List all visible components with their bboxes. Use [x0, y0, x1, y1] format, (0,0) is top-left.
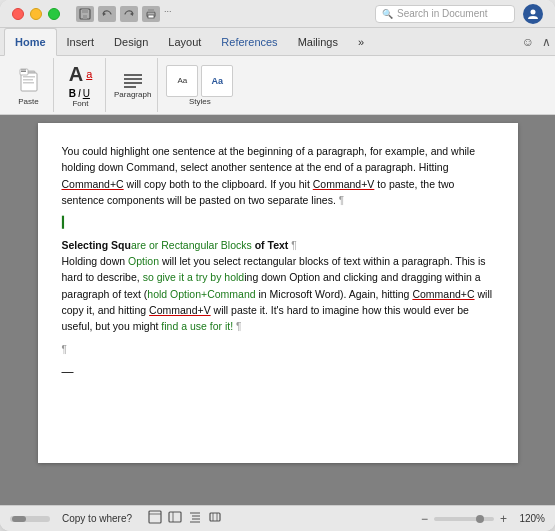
svg-rect-29 [210, 513, 220, 521]
tab-design[interactable]: Design [104, 28, 158, 56]
ribbon-group-paste: Paste [4, 58, 54, 112]
traffic-lights [12, 8, 60, 20]
pilcrow-3: ¶ [236, 321, 241, 332]
green-option-1: Option [128, 255, 159, 267]
status-bar: Copy to where? − + [0, 505, 555, 531]
svg-rect-2 [83, 15, 87, 19]
user-avatar[interactable] [523, 4, 543, 24]
status-icons [148, 510, 222, 527]
pilcrow-1: ¶ [339, 195, 344, 206]
paste-button[interactable]: Paste [13, 65, 45, 106]
toolbar-icons: ··· [76, 6, 172, 22]
maximize-button[interactable] [48, 8, 60, 20]
search-box[interactable]: 🔍 Search in Document [375, 5, 515, 23]
tab-insert[interactable]: Insert [57, 28, 105, 56]
svg-rect-12 [23, 79, 33, 81]
green-highlighted-2: so give it a try by hold [143, 271, 245, 283]
font-a-underline-icon: a [86, 68, 92, 80]
minimize-button[interactable] [30, 8, 42, 20]
svg-rect-7 [148, 15, 154, 18]
app-window: ··· 🔍 Search in Document Home Insert Des… [0, 0, 555, 531]
redo-icon[interactable] [120, 6, 138, 22]
tab-mailings[interactable]: Mailings [288, 28, 348, 56]
tab-layout[interactable]: Layout [158, 28, 211, 56]
web-layout-icon[interactable] [168, 510, 182, 527]
document-text: You could highlight one sentence at the … [62, 143, 494, 382]
search-placeholder: Search in Document [397, 8, 488, 19]
green-find-use: find a use for it! [161, 320, 233, 332]
focus-icon[interactable] [208, 510, 222, 527]
command-c-link-2: Command+C [412, 288, 474, 300]
page-layout-icon[interactable] [148, 510, 162, 527]
font-A-icon: A [69, 63, 83, 86]
style-heading[interactable]: Aa [201, 65, 233, 97]
tab-references[interactable]: References [211, 28, 287, 56]
pilcrow-2: ¶ [291, 240, 296, 251]
green-cursor-marker: ▎ [62, 216, 70, 228]
chevron-up-icon[interactable]: ∧ [542, 35, 551, 49]
heading-text: Selecting Squ [62, 239, 131, 251]
ribbon-tabs: Home Insert Design Layout References Mai… [0, 28, 555, 56]
document-area: You could highlight one sentence at the … [0, 115, 555, 505]
bold-icon[interactable]: B [69, 88, 76, 99]
ribbon-group-font: A a B I U Font [56, 58, 106, 112]
svg-marker-3 [103, 12, 106, 16]
green-highlighted-1: are or Rectangular Blocks [131, 239, 252, 251]
paragraph-controls [123, 72, 143, 90]
command-v-link-2: Command+V [149, 304, 211, 316]
styles-buttons: Aa Aa [166, 65, 233, 97]
paragraph-3: Selecting Square or Rectangular Blocks o… [62, 237, 494, 335]
ribbon-group-paragraph: Paragraph [108, 58, 158, 112]
document-page[interactable]: You could highlight one sentence at the … [38, 123, 518, 463]
svg-rect-13 [23, 82, 34, 84]
save-icon[interactable] [76, 6, 94, 22]
command-c-link-1: Command+C [62, 178, 124, 190]
heading-text-2: of Text [255, 239, 289, 251]
ribbon-group-styles: Aa Aa Styles [160, 58, 239, 112]
title-bar: ··· 🔍 Search in Document [0, 0, 555, 28]
svg-rect-23 [169, 512, 181, 522]
paragraph-label: Paragraph [114, 90, 151, 99]
zoom-in-button[interactable]: + [498, 512, 509, 526]
undo-icon[interactable] [98, 6, 116, 22]
svg-marker-4 [130, 12, 133, 16]
font-label: Font [72, 99, 88, 108]
ribbon-content: Paste A a B I U Font [0, 56, 555, 114]
zoom-thumb [476, 515, 484, 523]
paragraph-1: You could highlight one sentence at the … [62, 143, 494, 208]
paragraph-4: ¶ [62, 341, 494, 358]
style-normal[interactable]: Aa [166, 65, 198, 97]
command-v-link-1: Command+V [313, 178, 375, 190]
svg-rect-11 [23, 76, 35, 78]
paragraph-icon [123, 72, 143, 90]
tab-home[interactable]: Home [4, 28, 57, 56]
svg-rect-6 [148, 9, 154, 12]
zoom-slider[interactable] [434, 517, 494, 521]
green-option-command: hold Option+Command [147, 288, 255, 300]
ribbon: Home Insert Design Layout References Mai… [0, 28, 555, 115]
svg-rect-21 [149, 511, 161, 523]
zoom-out-button[interactable]: − [419, 512, 430, 526]
zoom-controls: − + 120% [419, 512, 545, 526]
font-controls: A a B I U [69, 63, 93, 99]
em-dash: — [62, 363, 494, 382]
svg-rect-1 [82, 9, 88, 13]
print-icon[interactable] [142, 6, 160, 22]
styles-label: Styles [189, 97, 211, 106]
underline-icon[interactable]: U [83, 88, 90, 99]
emoji-icon[interactable]: ☺ [522, 35, 534, 49]
italic-icon[interactable]: I [78, 88, 81, 99]
close-button[interactable] [12, 8, 24, 20]
pilcrow-4: ¶ [62, 344, 67, 355]
more-icon[interactable]: ··· [164, 6, 172, 22]
svg-point-8 [531, 9, 536, 14]
copy-status: Copy to where? [62, 513, 132, 524]
scroll-thumb [12, 516, 26, 522]
ribbon-expand: ☺ ∧ [518, 35, 551, 49]
tab-more[interactable]: » [348, 28, 374, 56]
paste-label: Paste [18, 97, 38, 106]
paragraph-2: ▎ [62, 214, 494, 230]
zoom-percent: 120% [513, 513, 545, 524]
scroll-indicator[interactable] [10, 516, 50, 522]
outline-icon[interactable] [188, 510, 202, 527]
